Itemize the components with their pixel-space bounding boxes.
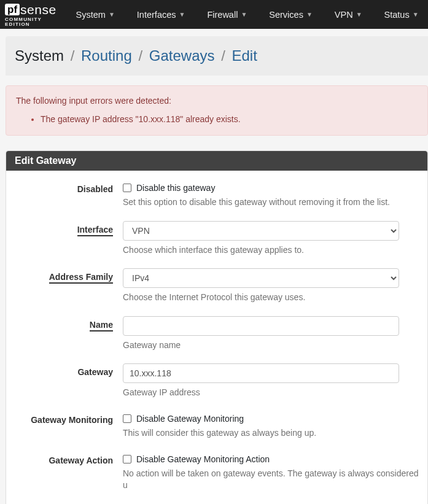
help-address-family: Choose the Internet Protocol this gatewa…: [123, 292, 419, 304]
select-interface[interactable]: VPN: [123, 221, 399, 241]
logo-subtitle: COMMUNITY EDITION: [5, 17, 56, 27]
caret-down-icon: ▼: [413, 11, 419, 18]
checkbox-disable-monitoring-action[interactable]: [123, 455, 131, 463]
nav-services[interactable]: Services▼: [258, 0, 324, 29]
breadcrumb-root: System: [15, 47, 64, 64]
row-gateway-action: Gateway Action Disable Gateway Monitorin…: [6, 446, 427, 498]
nav-label: Status: [384, 10, 410, 20]
help-gateway: Gateway IP address: [123, 387, 419, 399]
error-alert: The following input errors were detected…: [6, 85, 428, 136]
caret-down-icon: ▼: [356, 11, 362, 18]
checkbox-label: Disable Gateway Monitoring: [136, 414, 244, 424]
help-name: Gateway name: [123, 339, 419, 352]
row-name: Name Gateway name: [6, 310, 427, 358]
top-navbar: pf sense COMMUNITY EDITION System▼ Inter…: [0, 0, 428, 29]
help-interface: Choose which interface this gateway appl…: [123, 244, 419, 257]
logo-prefix: pf: [5, 4, 20, 15]
row-interface: Interface VPN Choose which interface thi…: [6, 215, 427, 263]
breadcrumb-bar: System / Routing / Gateways / Edit: [6, 36, 428, 76]
logo[interactable]: pf sense COMMUNITY EDITION: [0, 1, 65, 28]
help-gateway-action: No action will be taken on gateway event…: [123, 468, 419, 492]
row-gateway-monitoring: Gateway Monitoring Disable Gateway Monit…: [6, 405, 427, 446]
nav-label: Firewall: [207, 10, 238, 20]
nav-label: Services: [269, 10, 303, 20]
breadcrumb-section-link[interactable]: Routing: [81, 47, 132, 64]
caret-down-icon: ▼: [306, 11, 313, 18]
help-gateway-monitoring: This will consider this gateway as alway…: [123, 427, 419, 440]
caret-down-icon: ▼: [241, 11, 247, 18]
breadcrumb-page-link[interactable]: Gateways: [149, 47, 215, 64]
label-address-family: Address Family: [6, 268, 123, 282]
alert-item: The gateway IP address "10.xxx.118" alre…: [41, 114, 418, 124]
breadcrumb-sep: /: [221, 47, 225, 64]
checkbox-disable-monitoring[interactable]: [123, 414, 131, 423]
nav-system[interactable]: System▼: [65, 0, 126, 29]
breadcrumb: System / Routing / Gateways / Edit: [15, 47, 418, 64]
label-gateway-action: Gateway Action: [6, 452, 123, 465]
breadcrumb-sep: /: [138, 47, 142, 64]
alert-list: The gateway IP address "10.xxx.118" alre…: [16, 114, 418, 124]
nav-label: System: [76, 10, 106, 20]
help-disabled: Set this option to disable this gateway …: [123, 196, 419, 209]
breadcrumb-sep: /: [71, 47, 75, 64]
label-name: Name: [6, 316, 123, 330]
checkbox-label: Disable Gateway Monitoring Action: [136, 454, 270, 464]
alert-heading: The following input errors were detected…: [16, 96, 418, 106]
nav-label: VPN: [335, 10, 353, 20]
label-gateway: Gateway: [6, 363, 123, 377]
logo-suffix: sense: [20, 3, 56, 16]
row-monitor-ip: Monitor IP Enter an alternative address …: [6, 498, 427, 504]
row-disabled: Disabled Disable this gateway Set this o…: [6, 171, 427, 215]
label-gateway-monitoring: Gateway Monitoring: [6, 411, 123, 425]
edit-gateway-panel: Edit Gateway Disabled Disable this gatew…: [6, 150, 428, 504]
checkbox-disable-gateway[interactable]: [123, 184, 131, 192]
input-gateway[interactable]: [123, 363, 399, 383]
nav-label: Interfaces: [137, 10, 176, 20]
nav-firewall[interactable]: Firewall▼: [196, 0, 258, 29]
label-interface: Interface: [6, 221, 123, 235]
row-gateway: Gateway Gateway IP address: [6, 357, 427, 405]
panel-title: Edit Gateway: [6, 151, 427, 171]
caret-down-icon: ▼: [109, 11, 115, 18]
nav-status[interactable]: Status▼: [373, 0, 428, 29]
input-name[interactable]: [123, 316, 399, 336]
nav-interfaces[interactable]: Interfaces▼: [126, 0, 196, 29]
breadcrumb-action: Edit: [232, 47, 257, 64]
nav-vpn[interactable]: VPN▼: [324, 0, 373, 29]
caret-down-icon: ▼: [179, 11, 185, 18]
select-address-family[interactable]: IPv4: [123, 268, 399, 288]
row-address-family: Address Family IPv4 Choose the Internet …: [6, 262, 427, 310]
label-disabled: Disabled: [6, 180, 123, 194]
checkbox-label: Disable this gateway: [136, 183, 215, 193]
